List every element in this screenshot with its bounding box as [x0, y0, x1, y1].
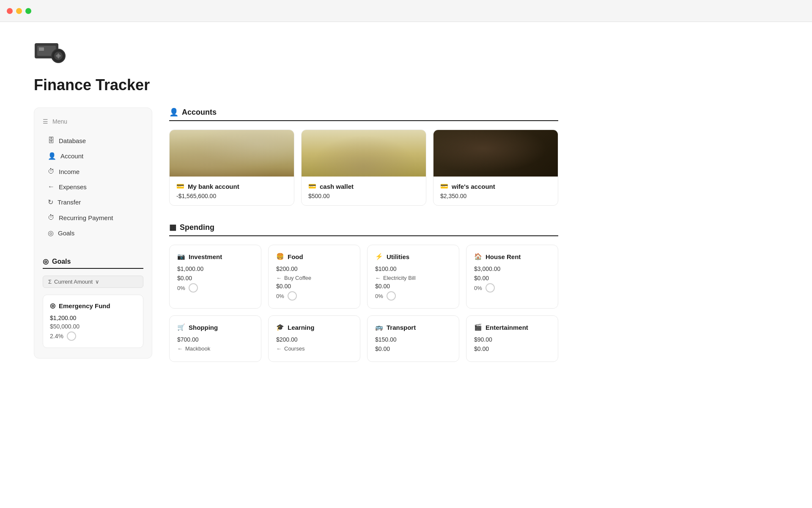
- spending-card-title: 🏠 House Rent: [474, 253, 550, 260]
- transport-icon: 🚌: [375, 323, 383, 331]
- learning-sub: ← Courses: [276, 345, 352, 352]
- investment-pct: 0%: [177, 285, 185, 291]
- house-budget: $3,000.00: [474, 265, 550, 272]
- toggle-circle: [189, 283, 198, 293]
- sidebar-item-goals[interactable]: ◎ Goals: [43, 226, 143, 240]
- expenses-icon: ←: [48, 183, 55, 190]
- toggle-circle: [288, 291, 297, 301]
- sidebar-item-label: Transfer: [58, 199, 81, 206]
- current-amount-filter[interactable]: Σ Current Amount ∨: [43, 276, 143, 288]
- house-progress: 0%: [474, 283, 550, 293]
- spending-title: Spending: [180, 223, 214, 232]
- food-spent: $0.00: [276, 283, 352, 290]
- sidebar-item-account[interactable]: 👤 Account: [43, 149, 143, 163]
- spending-card-title: 🎬 Entertainment: [474, 323, 550, 331]
- spending-card-transport[interactable]: 🚌 Transport $150.00 $0.00: [367, 315, 459, 362]
- spending-card-entertainment[interactable]: 🎬 Entertainment $90.00 $0.00: [466, 315, 558, 362]
- food-budget: $200.00: [276, 265, 352, 272]
- spending-card-investment[interactable]: 📷 Investment $1,000.00 $0.00 0%: [169, 245, 261, 309]
- database-icon: 🗄: [48, 137, 55, 144]
- spending-card-title: 🛒 Shopping: [177, 323, 253, 331]
- account-card-body-bank: 💳 My bank account -$1,565,600.00: [170, 177, 294, 205]
- goals-section-icon: ◎: [43, 257, 49, 265]
- goal-progress-pct: 2.4%: [50, 333, 63, 340]
- arrow-icon: ←: [177, 345, 183, 352]
- sidebar-item-label: Expenses: [59, 183, 87, 190]
- utilities-sub: ← Electricity Bill: [375, 275, 451, 281]
- utilities-pct: 0%: [375, 293, 383, 299]
- spending-card-title: 📷 Investment: [177, 253, 253, 260]
- goal-current-amount: $1,200.00: [50, 315, 136, 321]
- sidebar-item-expenses[interactable]: ← Expenses: [43, 179, 143, 194]
- spending-card-house-rent[interactable]: 🏠 House Rent $3,000.00 $0.00 0%: [466, 245, 558, 309]
- spending-card-shopping[interactable]: 🛒 Shopping $700.00 ← Mackbook: [169, 315, 261, 362]
- accounts-grid: 💳 My bank account -$1,565,600.00 💳 cash …: [169, 130, 558, 206]
- goal-card-icon: ◎: [50, 302, 55, 309]
- goals-section-header: ◎ Goals: [43, 257, 143, 269]
- investment-progress: 0%: [177, 283, 253, 293]
- arrow-icon: ←: [375, 275, 381, 281]
- account-card-image-bank: [170, 130, 294, 177]
- learning-budget: $200.00: [276, 336, 352, 343]
- card-icon: 💳: [308, 182, 316, 190]
- account-card-bank[interactable]: 💳 My bank account -$1,565,600.00: [169, 130, 294, 206]
- utilities-budget: $100.00: [375, 265, 451, 272]
- account-card-wife[interactable]: 💳 wife's account $2,350.00: [433, 130, 558, 206]
- recurring-icon: ⏱: [48, 214, 55, 221]
- goal-card-emergency: ◎ Emergency Fund $1,200.00 $50,000.00 2.…: [43, 295, 143, 348]
- spending-card-learning[interactable]: 🎓 Learning $200.00 ← Courses: [268, 315, 360, 362]
- account-icon: 👤: [48, 152, 56, 160]
- spending-card-food[interactable]: 🍔 Food $200.00 ← Buy Coffee $0.00 0%: [268, 245, 360, 309]
- sidebar-item-database[interactable]: 🗄 Database: [43, 133, 143, 148]
- account-card-body-wallet: 💳 cash wallet $500.00: [302, 177, 426, 205]
- goals-section-title: Goals: [52, 258, 71, 265]
- accounts-section-header: 👤 Accounts: [169, 108, 558, 121]
- spending-card-utilities[interactable]: ⚡ Utilities $100.00 ← Electricity Bill $…: [367, 245, 459, 309]
- food-sub: ← Buy Coffee: [276, 275, 352, 281]
- svg-rect-2: [39, 47, 44, 51]
- income-icon: ⏱: [48, 168, 55, 175]
- transport-budget: $150.00: [375, 336, 451, 343]
- sidebar-item-label: Recurring Payment: [59, 214, 113, 221]
- transport-spent: $0.00: [375, 345, 451, 352]
- utilities-icon: ⚡: [375, 253, 383, 260]
- menu-list: 🗄 Database 👤 Account ⏱ Income ← Expenses…: [43, 133, 143, 240]
- minimize-button[interactable]: [16, 8, 22, 14]
- menu-label: Menu: [52, 118, 67, 125]
- accounts-title: Accounts: [182, 108, 217, 117]
- sidebar-item-label: Database: [59, 137, 86, 144]
- close-button[interactable]: [7, 8, 13, 14]
- sidebar: ☰ Menu 🗄 Database 👤 Account ⏱ Income ←: [34, 108, 152, 359]
- account-card-wallet[interactable]: 💳 cash wallet $500.00: [301, 130, 426, 206]
- arrow-icon: ←: [276, 345, 282, 352]
- goal-card-title: ◎ Emergency Fund: [50, 302, 136, 309]
- goal-target-amount: $50,000.00: [50, 323, 136, 330]
- account-name-bank: 💳 My bank account: [176, 182, 287, 190]
- sidebar-item-income[interactable]: ⏱ Income: [43, 164, 143, 179]
- spending-card-title: 🚌 Transport: [375, 323, 451, 331]
- shopping-sub: ← Mackbook: [177, 345, 253, 352]
- house-spent: $0.00: [474, 275, 550, 282]
- account-balance-wallet: $500.00: [308, 193, 419, 199]
- learning-icon: 🎓: [276, 323, 284, 331]
- sidebar-item-transfer[interactable]: ↻ Transfer: [43, 195, 143, 210]
- sidebar-item-recurring[interactable]: ⏱ Recurring Payment: [43, 210, 143, 225]
- content-layout: ☰ Menu 🗄 Database 👤 Account ⏱ Income ←: [34, 108, 558, 362]
- account-name-wallet: 💳 cash wallet: [308, 182, 419, 190]
- food-pct: 0%: [276, 293, 284, 299]
- investment-icon: 📷: [177, 253, 185, 260]
- house-icon: 🏠: [474, 253, 482, 260]
- titlebar: [0, 0, 812, 22]
- sidebar-item-label: Goals: [58, 229, 74, 237]
- chevron-down-icon: ∨: [95, 279, 99, 285]
- spending-card-title: 🍔 Food: [276, 253, 352, 260]
- goal-progress-row: 2.4%: [50, 331, 136, 341]
- maximize-button[interactable]: [25, 8, 31, 14]
- logo-area: [34, 39, 558, 66]
- account-name-wife: 💳 wife's account: [440, 182, 551, 190]
- entertainment-icon: 🎬: [474, 323, 482, 331]
- goal-name: Emergency Fund: [59, 302, 110, 309]
- shopping-budget: $700.00: [177, 336, 253, 343]
- entertainment-spent: $0.00: [474, 345, 550, 352]
- card-icon: 💳: [440, 182, 448, 190]
